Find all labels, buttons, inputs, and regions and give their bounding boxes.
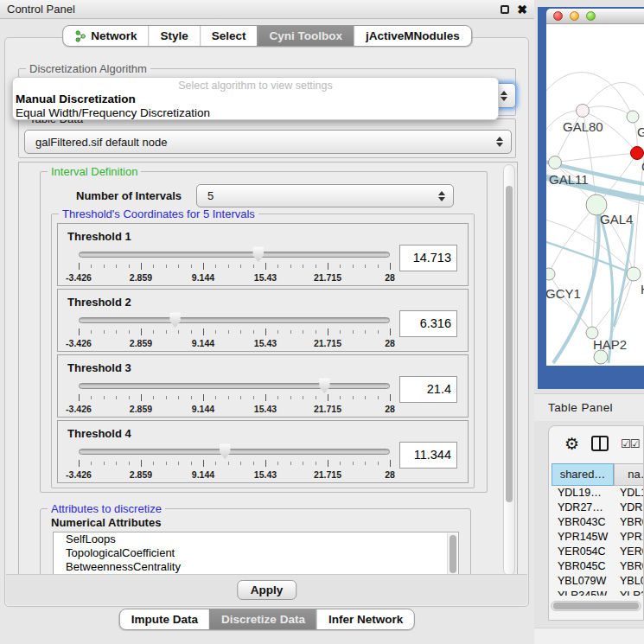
network-node[interactable] xyxy=(549,156,562,169)
table-row[interactable]: YBR045CYBR0 xyxy=(552,559,643,574)
table-row[interactable]: YBL079WYBL0 xyxy=(552,574,643,589)
attribute-list-item[interactable]: SelfLoops xyxy=(54,532,458,546)
numerical-attributes-label: Numerical Attributes xyxy=(51,516,161,529)
table-row[interactable]: YPR145WYPR1 xyxy=(552,530,643,545)
threshold-slider[interactable]: -3.4262.8599.14415.4321.71528 xyxy=(79,313,390,351)
slider-track[interactable] xyxy=(79,317,390,323)
network-edge[interactable] xyxy=(549,205,596,274)
threshold-slider[interactable]: -3.4262.8599.14415.4321.71528 xyxy=(79,444,390,482)
network-node[interactable] xyxy=(577,105,590,118)
network-view-window: GAL80G.CGAL11GAL4GCY1HHAP2 xyxy=(538,7,644,389)
mac-zoom-icon[interactable] xyxy=(586,11,596,21)
table-data-select[interactable]: galFiltered.sif default node xyxy=(24,130,512,154)
network-node[interactable] xyxy=(627,111,639,123)
network-edge[interactable] xyxy=(555,111,583,163)
table-cell: YLR3 xyxy=(614,589,643,596)
network-edge-highlighted[interactable] xyxy=(553,205,599,363)
table-row[interactable]: YDL19…YDL1 xyxy=(552,486,643,501)
table-horizontal-scrollbar[interactable] xyxy=(551,601,641,611)
select-columns-checkboxes-icon[interactable]: ☑☑ xyxy=(621,437,639,450)
attributes-list-scrollbar[interactable] xyxy=(447,533,457,577)
float-window-icon[interactable] xyxy=(501,5,509,14)
tab-discretize-data[interactable]: Discretize Data xyxy=(209,609,316,629)
slider-tick xyxy=(316,330,316,334)
attribute-list-item[interactable]: BetweennessCentrality xyxy=(54,560,458,574)
threshold-slider[interactable]: -3.4262.8599.14415.4321.71528 xyxy=(79,247,390,285)
slider-tick xyxy=(353,462,354,465)
table-row[interactable]: YDR27…YDR2 xyxy=(552,501,643,515)
slider-tick xyxy=(129,396,130,399)
tab-jactivemnodules[interactable]: jActiveMNodules xyxy=(354,26,471,46)
slider-tick-label: -3.426 xyxy=(66,469,92,480)
mac-close-icon[interactable] xyxy=(553,11,563,21)
slider-tick xyxy=(240,396,241,399)
scrollbar-thumb[interactable] xyxy=(450,535,456,573)
scrollbar-thumb[interactable] xyxy=(553,603,639,609)
slider-thumb[interactable] xyxy=(318,378,330,393)
threshold-slider[interactable]: -3.4262.8599.14415.4321.71528 xyxy=(79,379,390,417)
column-header[interactable]: na… xyxy=(614,463,643,486)
slider-tick xyxy=(316,462,316,465)
slider-thumb[interactable] xyxy=(169,312,182,328)
slider-track[interactable] xyxy=(79,383,390,389)
tab-infer-network[interactable]: Infer Network xyxy=(316,609,414,629)
slider-track[interactable] xyxy=(79,449,390,455)
slider-track[interactable] xyxy=(79,252,390,258)
slider-tick xyxy=(365,396,366,399)
node-table[interactable]: shared…na… YDL19…YDL1YDR27…YDR2YBR043CYB… xyxy=(552,463,643,596)
threshold-value-field[interactable]: 14.713 xyxy=(399,245,457,271)
threshold-value-field[interactable]: 11.344 xyxy=(399,442,457,469)
network-edge[interactable] xyxy=(583,106,633,117)
slider-tick xyxy=(203,394,204,401)
network-edge-highlighted[interactable] xyxy=(546,240,634,274)
table-panel-footer xyxy=(534,628,644,644)
slider-tick-label: 2.859 xyxy=(130,469,152,480)
slider-thumb[interactable] xyxy=(252,246,265,262)
gear-icon[interactable]: ⚙ xyxy=(564,436,579,452)
columns-icon[interactable] xyxy=(591,436,609,451)
tab-cyni-toolbox[interactable]: Cyni Toolbox xyxy=(258,26,354,46)
slider-tick xyxy=(265,328,266,335)
column-header[interactable]: shared… xyxy=(552,463,614,486)
dropdown-item[interactable]: Equal Width/Frequency Discretization xyxy=(13,106,498,120)
table-row[interactable]: YER054CYER0 xyxy=(552,545,643,559)
scrollbar-thumb[interactable] xyxy=(506,186,513,502)
settings-scrollpane: Interval Definition Number of Intervals … xyxy=(18,162,518,577)
slider-tick xyxy=(340,265,341,268)
mac-minimize-icon[interactable] xyxy=(570,11,579,21)
network-canvas[interactable]: GAL80G.CGAL11GAL4GCY1HHAP2 xyxy=(546,24,644,366)
attribute-list-item[interactable]: TopologicalCoefficient xyxy=(54,546,458,560)
number-of-intervals-select[interactable]: 5 xyxy=(196,184,454,207)
slider-tick-label: -3.426 xyxy=(66,404,92,414)
network-node[interactable] xyxy=(594,350,608,364)
table-row[interactable]: YBR043CYBR0 xyxy=(552,515,643,530)
dropdown-placeholder-item[interactable]: Select algorithm to view settings xyxy=(13,79,498,92)
numerical-attributes-list[interactable]: SelfLoopsTopologicalCoefficientBetweenne… xyxy=(53,532,459,577)
network-node[interactable] xyxy=(631,147,644,160)
tab-impute-data[interactable]: Impute Data xyxy=(120,609,209,629)
slider-tick xyxy=(129,330,130,334)
slider-tick xyxy=(303,462,303,465)
tab-style[interactable]: Style xyxy=(148,26,199,46)
table-row[interactable]: YLR345WYLR3 xyxy=(552,589,643,596)
interval-definition-group: Interval Definition Number of Intervals … xyxy=(40,171,488,493)
table-cell: YBL079W xyxy=(552,574,614,589)
network-edge[interactable] xyxy=(555,153,637,163)
apply-button[interactable]: Apply xyxy=(237,580,297,600)
slider-tick xyxy=(129,462,130,465)
tab-network[interactable]: Network xyxy=(63,26,148,46)
tab-select[interactable]: Select xyxy=(200,26,258,46)
network-node[interactable] xyxy=(546,268,555,280)
slider-tick xyxy=(79,460,80,467)
dropdown-item[interactable]: Manual Discretization xyxy=(13,92,498,106)
threshold-value-field[interactable]: 21.4 xyxy=(399,376,457,403)
slider-thumb[interactable] xyxy=(219,443,231,459)
slider-tick xyxy=(353,265,354,268)
settings-vertical-scrollbar[interactable] xyxy=(503,164,515,576)
network-node[interactable] xyxy=(627,267,641,281)
slider-tick xyxy=(353,396,354,399)
slider-tick xyxy=(79,263,80,270)
slider-tick-label: 21.715 xyxy=(314,404,341,414)
close-icon[interactable]: ✖ xyxy=(517,3,527,16)
threshold-value-field[interactable]: 6.316 xyxy=(399,310,457,337)
